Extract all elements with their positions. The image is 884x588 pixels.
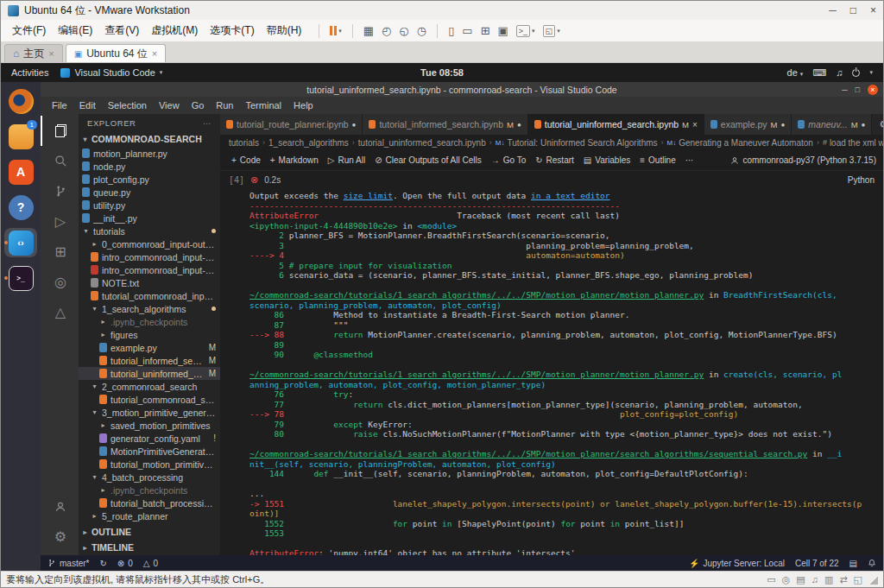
tree-file[interactable]: tutorial_uninformed_searc...M <box>79 367 220 380</box>
activities-button[interactable]: Activities <box>11 67 48 78</box>
tree-folder[interactable]: ▸0_commonroad_input-output <box>79 237 220 250</box>
console-view-button[interactable]: >_▾ <box>516 25 535 37</box>
outline-section-header[interactable]: ▸OUTLINE <box>79 524 220 540</box>
close-icon[interactable]: × <box>868 85 878 95</box>
vmware-menu-item[interactable]: 选项卡(T) <box>204 21 260 41</box>
editor-layout-button[interactable]: ▤ <box>849 559 857 568</box>
stretch-view-button[interactable]: ◱▾ <box>543 25 560 37</box>
run-all-button[interactable]: ▷Run All <box>324 154 369 167</box>
minimize-icon[interactable]: ─ <box>842 85 847 94</box>
configure-layout-icon[interactable]: ⚙ <box>879 118 883 130</box>
take-snapshot-button[interactable]: ◴ <box>382 25 391 36</box>
vmware-menu-item[interactable]: 虚拟机(M) <box>145 21 204 41</box>
tree-file[interactable]: intro_commonroad_input-outpu... <box>79 250 220 263</box>
vmware-menu-item[interactable]: 文件(F) <box>6 21 52 41</box>
cd-rom-icon[interactable]: ◎ <box>782 574 791 585</box>
vmware-tab-home[interactable]: ⌂主页× <box>4 44 63 62</box>
app-menu-button[interactable]: Visual Studio Code▾ <box>60 67 162 78</box>
network-icon[interactable]: ⇄ <box>839 574 847 585</box>
show-thumbnails-button[interactable]: ▭ <box>462 25 472 36</box>
go-to-button[interactable]: →Go To <box>487 154 531 167</box>
timeline-section-header[interactable]: ▸TIMELINE <box>79 540 220 555</box>
more-actions-icon[interactable]: ⋯ <box>203 118 212 128</box>
editor-tab[interactable]: tutorial_informed_search.ipynbM● <box>363 114 527 135</box>
search-icon[interactable] <box>41 146 79 176</box>
tree-file[interactable]: MotionPrimitiveGenerator.py <box>79 445 220 458</box>
tree-file[interactable]: motion_planner.py <box>79 147 220 160</box>
markdown-button[interactable]: +Markdown <box>266 154 323 167</box>
close-tab-icon[interactable]: × <box>152 48 157 59</box>
vmware-menu-item[interactable]: 编辑(E) <box>52 21 98 41</box>
tree-file[interactable]: generator_config.yaml! <box>79 432 220 445</box>
tree-folder[interactable]: ▾3_motion_primitive_generator <box>79 406 220 419</box>
cell-language-picker[interactable]: Python <box>848 175 875 185</box>
tree-file[interactable]: NOTE.txt <box>79 276 220 289</box>
dock-terminal-icon[interactable]: >_ <box>4 263 37 293</box>
tree-file[interactable]: tutorial_commonroad_input-out... <box>79 289 220 302</box>
tree-file[interactable]: __init__.py <box>79 212 220 224</box>
sound-icon[interactable]: ♫ <box>811 574 818 585</box>
source-control-icon[interactable] <box>41 176 79 206</box>
clock[interactable]: Tue 08:58 <box>420 67 464 78</box>
menu-terminal[interactable]: Terminal <box>240 98 288 112</box>
vmware-menu-item[interactable]: 查看(V) <box>98 21 145 41</box>
tree-file[interactable]: node.py <box>79 160 220 173</box>
variables-button[interactable]: ▤Variables <box>579 154 635 167</box>
tree-folder[interactable]: ▸saved_motion_primitives <box>79 419 220 432</box>
volume-icon[interactable]: ♫ <box>836 67 843 78</box>
git-branch-button[interactable]: master* <box>47 559 89 568</box>
breadcrumb-item[interactable]: M↓Generating a Maneuver Automaton <box>667 138 813 148</box>
menu-edit[interactable]: Edit <box>73 98 102 112</box>
revert-snapshot-button[interactable]: ◵ <box>399 25 408 36</box>
sync-button[interactable]: ↻ <box>99 559 106 568</box>
menu-run[interactable]: Run <box>210 98 239 112</box>
testing-icon[interactable]: △ <box>41 297 79 327</box>
notifications-button[interactable] <box>868 559 876 567</box>
explorer-icon[interactable] <box>41 116 79 146</box>
tree-folder[interactable]: ▾2_commonroad_search <box>79 380 220 393</box>
account-icon[interactable] <box>41 491 79 522</box>
close-icon[interactable]: × <box>870 4 876 16</box>
editor-tab[interactable]: tutorial_uninformed_search.ipynbM× <box>528 114 704 135</box>
tree-file[interactable]: tutorial_commonroad_search.ip... <box>79 393 220 406</box>
menu-selection[interactable]: Selection <box>102 98 153 112</box>
tree-file[interactable]: tutorial_motion_primitive_gener... <box>79 458 220 471</box>
tree-file[interactable]: tutorial_informed_search.i...M <box>79 354 220 367</box>
ctrl-alt-del-button[interactable]: ▦ <box>363 25 374 36</box>
minimize-icon[interactable]: ─ <box>829 4 837 16</box>
usb-icon[interactable]: ▥ <box>824 574 833 585</box>
code-button[interactable]: +Code <box>227 154 265 167</box>
maximize-icon[interactable]: □ <box>856 85 860 94</box>
clear-outputs-of-all-cells-button[interactable]: ⊘Clear Outputs of All Cells <box>370 154 486 167</box>
dock-show-apps-icon[interactable] <box>4 539 37 568</box>
dock-vscode-icon[interactable]: ‹› <box>4 228 37 257</box>
more-actions-button[interactable]: ⋯ <box>681 154 698 167</box>
tree-folder[interactable]: ▸5_route_planner <box>79 509 220 522</box>
editor-tab[interactable]: maneuv...M● <box>792 114 872 135</box>
cell-position-indicator[interactable]: Cell 7 of 22 <box>795 559 839 568</box>
breadcrumb-item[interactable]: M↓Tutorial: Uninformed Search Algorithms <box>496 138 658 148</box>
fullscreen-button[interactable]: ⊞ <box>481 25 490 36</box>
display-icon[interactable]: ◱ <box>854 574 862 585</box>
close-tab-icon[interactable]: × <box>692 120 698 130</box>
outline-button[interactable]: ≡Outline <box>635 154 680 167</box>
input-method-icon[interactable]: ⌨ <box>812 67 826 79</box>
menu-help[interactable]: Help <box>287 98 319 112</box>
menu-view[interactable]: View <box>153 98 186 112</box>
warnings-indicator[interactable]: △0 <box>143 559 158 568</box>
tree-file[interactable]: plot_config.py <box>79 173 220 186</box>
dock-files-icon[interactable]: 1 <box>4 122 37 151</box>
hard-disk-icon[interactable]: ▭ <box>767 574 775 585</box>
breadcrumb-item[interactable]: 1_search_algorithms <box>268 138 349 148</box>
printer-icon[interactable]: ▤ <box>796 574 805 585</box>
tree-folder[interactable]: ▸.ipynb_checkpoints <box>79 484 220 496</box>
snapshot-manager-button[interactable]: ◷ <box>417 25 426 36</box>
jupyter-server-button[interactable]: ⚡Jupyter Server: Local <box>689 559 785 568</box>
menu-go[interactable]: Go <box>186 98 211 112</box>
tree-folder[interactable]: ▾tutorials <box>79 224 220 237</box>
tree-folder[interactable]: ▸.ipynb_checkpoints <box>79 315 220 328</box>
close-tab-icon[interactable]: × <box>48 48 54 59</box>
dock-firefox-icon[interactable] <box>4 86 37 116</box>
editor-tab[interactable]: example.pyM● <box>704 114 792 135</box>
tree-folder[interactable]: ▾1_search_algorithms <box>79 302 220 315</box>
